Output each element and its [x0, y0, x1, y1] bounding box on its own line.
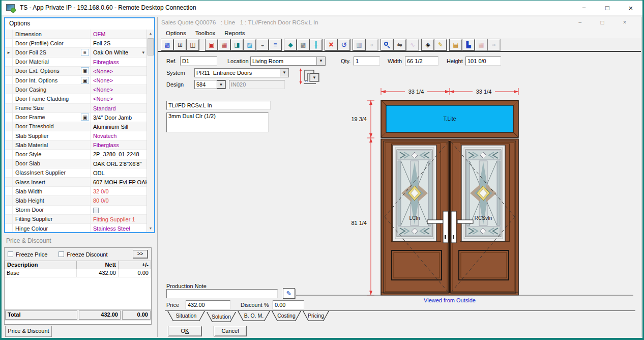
- glazing-icon[interactable]: ▨: [244, 39, 256, 50]
- colour-options-icon[interactable]: ▩: [161, 39, 173, 50]
- tab-situation[interactable]: Situation: [167, 311, 205, 321]
- minimize-icon[interactable]: −: [572, 1, 596, 15]
- grid-row[interactable]: Storm Door: [5, 206, 147, 215]
- options-grid-scrollbar[interactable]: ▲ ▼: [147, 30, 154, 232]
- tab-costing[interactable]: Costing: [272, 311, 301, 321]
- menu-toolbox[interactable]: Toolbox: [191, 29, 220, 38]
- muntins-icon[interactable]: ◆: [284, 39, 297, 50]
- flip-orientation-icon[interactable]: ⇋: [394, 39, 406, 50]
- insert-frame-icon[interactable]: ▣: [206, 39, 218, 50]
- price-input[interactable]: [186, 300, 230, 309]
- description-input[interactable]: [166, 101, 271, 110]
- door-drawing[interactable]: 33 1/4 33 1/4 19 3/4 81 1/4: [294, 87, 639, 306]
- property-value[interactable]: <None>: [90, 76, 147, 84]
- window-options-icon[interactable]: ▣: [80, 114, 90, 121]
- grid-row[interactable]: Door MaterialFibreglass: [5, 58, 147, 67]
- close-icon[interactable]: ×: [619, 1, 642, 15]
- filter-icon[interactable]: ≡: [80, 49, 90, 56]
- grid-row[interactable]: Door Style2P_3280_01-2248: [5, 150, 147, 159]
- delete-icon[interactable]: ×: [325, 39, 337, 50]
- qty-input[interactable]: [354, 56, 380, 66]
- width-input[interactable]: [405, 56, 438, 66]
- grid-row[interactable]: Frame SizeStandard: [5, 104, 147, 113]
- design-combo[interactable]: 584 ▼: [194, 80, 226, 89]
- property-value[interactable]: <None>: [90, 67, 147, 75]
- grid-row[interactable]: Slab SupplierNovatech: [5, 131, 147, 140]
- property-value[interactable]: Stainless Steel: [90, 224, 147, 232]
- grid-row[interactable]: DimensionOFM: [5, 30, 147, 39]
- scroll-down-icon[interactable]: ▼: [147, 224, 154, 232]
- measure-icon[interactable]: ≈: [488, 39, 500, 50]
- chevron-down-icon[interactable]: ▼: [217, 80, 225, 89]
- tab-solution[interactable]: Solution: [207, 312, 236, 322]
- specification-icon[interactable]: ≡: [269, 39, 281, 50]
- sash-options-icon[interactable]: ◨: [231, 39, 243, 50]
- frame-profile-widget[interactable]: ▼: [299, 67, 321, 87]
- check-design-icon[interactable]: ▦: [475, 39, 487, 50]
- ok-button[interactable]: OK: [168, 326, 202, 336]
- menu-options[interactable]: Options: [161, 29, 191, 38]
- tab-price-discount[interactable]: Price & Discount: [5, 326, 52, 337]
- cancel-button[interactable]: Cancel: [214, 326, 247, 336]
- property-value[interactable]: Foil 2S: [90, 39, 147, 47]
- property-value[interactable]: Fiberglass: [90, 140, 147, 149]
- grid-row[interactable]: Door Frame▣3/4" Door Jamb: [5, 113, 147, 122]
- production-note-input[interactable]: [166, 289, 278, 298]
- property-value[interactable]: 2P_3280_01-2248: [90, 150, 147, 158]
- scroll-up-icon[interactable]: ▲: [147, 30, 154, 37]
- price-chart-icon[interactable]: ▙: [462, 39, 475, 50]
- grid-row[interactable]: Door (Profile) ColorFoil 2S: [5, 39, 147, 48]
- mullion-split-icon[interactable]: ╫: [310, 39, 322, 50]
- location-select[interactable]: Living Room ▼: [250, 56, 326, 66]
- freehand-icon[interactable]: ∿: [406, 39, 419, 50]
- grid-row[interactable]: Slab Height80 0/0: [5, 196, 147, 205]
- property-value[interactable]: Novatech: [90, 131, 147, 140]
- tab-pricing[interactable]: Pricing: [303, 311, 329, 321]
- chevron-down-icon[interactable]: ▾: [142, 48, 144, 56]
- grid-row[interactable]: Door Casing<None>: [5, 85, 147, 94]
- undo-icon[interactable]: ↺: [338, 39, 350, 50]
- grid-row[interactable]: Door Ext. Options▣<None>: [5, 67, 147, 76]
- property-value[interactable]: Standard: [90, 104, 147, 112]
- select-transom-icon[interactable]: ▥: [353, 39, 365, 50]
- hardware-icon[interactable]: ◒: [256, 39, 269, 50]
- scroll-thumb[interactable]: [148, 38, 154, 55]
- property-value[interactable]: Aluminium Sill: [90, 122, 147, 131]
- freeze-price-checkbox[interactable]: Freeze Price: [8, 251, 47, 258]
- window-options-icon[interactable]: ▣: [80, 67, 90, 74]
- property-value[interactable]: OAK ORL 2'8"X6'8": [90, 159, 147, 168]
- zoom-icon[interactable]: [381, 39, 393, 50]
- grid-row[interactable]: Door Frame Cladding<None>: [5, 94, 147, 103]
- checkbox-icon[interactable]: [58, 251, 64, 257]
- dimensions-icon[interactable]: ⊞: [174, 39, 186, 50]
- child-close-icon[interactable]: ×: [613, 17, 636, 29]
- property-value[interactable]: 32 0/0: [90, 187, 147, 195]
- menu-reports[interactable]: Reports: [220, 29, 249, 38]
- grid-row[interactable]: Hinge ColourStainless Steel: [5, 224, 147, 232]
- expand-price-button[interactable]: >>: [133, 250, 148, 259]
- property-value[interactable]: 3/4" Door Jamb: [90, 113, 147, 122]
- checkbox-icon[interactable]: [93, 208, 99, 213]
- grid-row[interactable]: ▸Door Foil 2S≡Oak On White▾: [5, 48, 147, 57]
- tab-bom[interactable]: B. O. M.: [238, 311, 270, 321]
- price-row[interactable]: Base432.000.00: [5, 269, 151, 277]
- grid-row[interactable]: GlassInsert SupplierODL: [5, 168, 147, 178]
- grid-row[interactable]: Slab Width32 0/0: [5, 187, 147, 196]
- grid-row[interactable]: Door Int. Options▣<None>: [5, 76, 147, 85]
- property-value[interactable]: <None>: [90, 85, 147, 94]
- property-value[interactable]: Fibreglass: [90, 58, 147, 66]
- grid-row[interactable]: Slab MaterialFiberglass: [5, 140, 147, 150]
- glazing-textarea[interactable]: 3mm Dual Clr (1/2): [166, 112, 269, 132]
- property-value[interactable]: <None>: [90, 94, 147, 103]
- fill-colour-icon[interactable]: ◈: [422, 39, 434, 50]
- cross-section-icon[interactable]: ◫: [187, 39, 199, 50]
- property-value[interactable]: ODL: [90, 168, 147, 177]
- maximize-icon[interactable]: □: [596, 1, 619, 15]
- ref-input[interactable]: [180, 56, 217, 66]
- profile-dropdown-icon[interactable]: ▼: [310, 73, 319, 81]
- grid-row[interactable]: Fitting SupplierFitting Supplier 1: [5, 215, 147, 224]
- height-input[interactable]: [465, 56, 501, 66]
- property-value[interactable]: 607-MOH-Evl FP OAK: [90, 178, 147, 186]
- chevron-down-icon[interactable]: ▼: [280, 69, 288, 77]
- window-options-icon[interactable]: ▣: [80, 77, 90, 84]
